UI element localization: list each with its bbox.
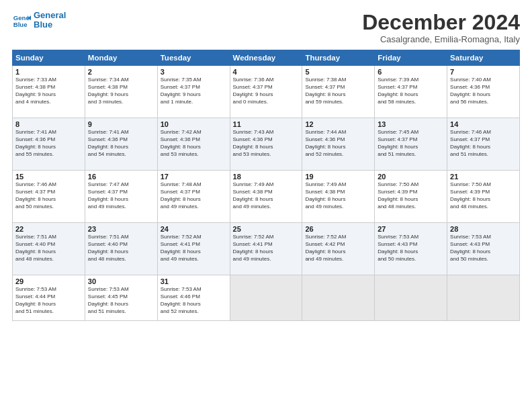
calendar-cell: 4Sunrise: 7:36 AM Sunset: 4:37 PM Daylig…	[230, 66, 302, 118]
day-info: Sunrise: 7:43 AM Sunset: 4:36 PM Dayligh…	[233, 129, 300, 158]
day-info: Sunrise: 7:39 AM Sunset: 4:37 PM Dayligh…	[378, 77, 444, 105]
calendar-cell	[447, 275, 520, 321]
calendar-cell	[302, 275, 375, 321]
calendar-cell: 19Sunrise: 7:49 AM Sunset: 4:38 PM Dayli…	[302, 171, 375, 223]
day-number: 24	[161, 225, 227, 233]
day-info: Sunrise: 7:53 AM Sunset: 4:44 PM Dayligh…	[15, 286, 82, 315]
day-info: Sunrise: 7:38 AM Sunset: 4:37 PM Dayligh…	[305, 77, 371, 105]
calendar-cell: 16Sunrise: 7:47 AM Sunset: 4:37 PM Dayli…	[85, 171, 157, 223]
day-number: 21	[450, 173, 517, 181]
day-info: Sunrise: 7:47 AM Sunset: 4:37 PM Dayligh…	[88, 181, 154, 210]
day-info: Sunrise: 7:52 AM Sunset: 4:41 PM Dayligh…	[233, 234, 300, 263]
day-number: 16	[88, 173, 154, 181]
day-info: Sunrise: 7:52 AM Sunset: 4:41 PM Dayligh…	[161, 234, 227, 263]
day-number: 14	[450, 120, 517, 128]
day-number: 10	[161, 120, 227, 128]
calendar-cell: 26Sunrise: 7:52 AM Sunset: 4:42 PM Dayli…	[302, 223, 375, 275]
calendar-cell	[230, 275, 302, 321]
day-info: Sunrise: 7:34 AM Sunset: 4:38 PM Dayligh…	[88, 77, 154, 105]
day-info: Sunrise: 7:49 AM Sunset: 4:38 PM Dayligh…	[233, 181, 300, 210]
header-day-saturday: Saturday	[447, 50, 520, 66]
title-block: December 2024 Casalgrande, Emilia-Romagn…	[362, 11, 520, 44]
calendar-cell: 29Sunrise: 7:53 AM Sunset: 4:44 PM Dayli…	[13, 275, 85, 321]
header-day-monday: Monday	[85, 50, 157, 66]
day-number: 11	[233, 120, 300, 128]
logo-text-general: General	[34, 11, 66, 20]
calendar-cell: 1Sunrise: 7:33 AM Sunset: 4:38 PM Daylig…	[13, 66, 85, 118]
day-info: Sunrise: 7:53 AM Sunset: 4:45 PM Dayligh…	[88, 286, 154, 315]
day-number: 13	[378, 120, 444, 128]
day-info: Sunrise: 7:45 AM Sunset: 4:37 PM Dayligh…	[378, 129, 444, 158]
calendar-cell: 14Sunrise: 7:46 AM Sunset: 4:37 PM Dayli…	[447, 118, 520, 171]
day-info: Sunrise: 7:50 AM Sunset: 4:39 PM Dayligh…	[450, 181, 517, 210]
header-row: SundayMondayTuesdayWednesdayThursdayFrid…	[13, 50, 520, 66]
calendar-cell: 13Sunrise: 7:45 AM Sunset: 4:37 PM Dayli…	[375, 118, 447, 171]
day-info: Sunrise: 7:53 AM Sunset: 4:43 PM Dayligh…	[378, 234, 444, 263]
calendar-cell: 12Sunrise: 7:44 AM Sunset: 4:36 PM Dayli…	[302, 118, 375, 171]
calendar-cell: 23Sunrise: 7:51 AM Sunset: 4:40 PM Dayli…	[85, 223, 157, 275]
day-number: 9	[88, 120, 154, 128]
calendar-table: SundayMondayTuesdayWednesdayThursdayFrid…	[12, 50, 520, 321]
calendar-cell: 31Sunrise: 7:53 AM Sunset: 4:46 PM Dayli…	[157, 275, 230, 321]
calendar-cell: 15Sunrise: 7:46 AM Sunset: 4:37 PM Dayli…	[13, 171, 85, 223]
day-info: Sunrise: 7:46 AM Sunset: 4:37 PM Dayligh…	[15, 181, 82, 210]
day-number: 30	[88, 277, 154, 285]
day-number: 18	[233, 173, 300, 181]
day-info: Sunrise: 7:49 AM Sunset: 4:38 PM Dayligh…	[305, 181, 371, 210]
day-number: 17	[161, 173, 227, 181]
header: General Blue General Blue December 2024 …	[12, 11, 520, 44]
day-number: 8	[15, 120, 82, 128]
day-info: Sunrise: 7:33 AM Sunset: 4:38 PM Dayligh…	[15, 77, 82, 105]
month-title: December 2024	[362, 11, 520, 34]
calendar-cell: 18Sunrise: 7:49 AM Sunset: 4:38 PM Dayli…	[230, 171, 302, 223]
header-day-friday: Friday	[375, 50, 447, 66]
calendar-cell: 21Sunrise: 7:50 AM Sunset: 4:39 PM Dayli…	[447, 171, 520, 223]
day-info: Sunrise: 7:53 AM Sunset: 4:46 PM Dayligh…	[161, 286, 227, 315]
calendar-cell: 20Sunrise: 7:50 AM Sunset: 4:39 PM Dayli…	[375, 171, 447, 223]
day-number: 1	[15, 68, 82, 76]
logo: General Blue General Blue	[12, 11, 66, 30]
day-number: 29	[15, 277, 82, 285]
calendar-cell: 5Sunrise: 7:38 AM Sunset: 4:37 PM Daylig…	[302, 66, 375, 118]
day-number: 6	[378, 68, 444, 76]
calendar-cell: 22Sunrise: 7:51 AM Sunset: 4:40 PM Dayli…	[13, 223, 85, 275]
day-number: 28	[450, 225, 517, 233]
day-info: Sunrise: 7:48 AM Sunset: 4:37 PM Dayligh…	[161, 181, 227, 210]
header-day-thursday: Thursday	[302, 50, 375, 66]
calendar-page: General Blue General Blue December 2024 …	[0, 0, 532, 411]
calendar-cell: 30Sunrise: 7:53 AM Sunset: 4:45 PM Dayli…	[85, 275, 157, 321]
calendar-cell: 2Sunrise: 7:34 AM Sunset: 4:38 PM Daylig…	[85, 66, 157, 118]
day-info: Sunrise: 7:53 AM Sunset: 4:43 PM Dayligh…	[450, 234, 517, 263]
day-info: Sunrise: 7:35 AM Sunset: 4:37 PM Dayligh…	[161, 77, 227, 105]
day-number: 3	[161, 68, 227, 76]
day-number: 25	[233, 225, 300, 233]
calendar-cell: 7Sunrise: 7:40 AM Sunset: 4:36 PM Daylig…	[447, 66, 520, 118]
day-info: Sunrise: 7:41 AM Sunset: 4:36 PM Dayligh…	[15, 129, 82, 158]
day-info: Sunrise: 7:50 AM Sunset: 4:39 PM Dayligh…	[378, 181, 444, 210]
calendar-cell: 10Sunrise: 7:42 AM Sunset: 4:36 PM Dayli…	[157, 118, 230, 171]
calendar-cell: 28Sunrise: 7:53 AM Sunset: 4:43 PM Dayli…	[447, 223, 520, 275]
calendar-cell: 6Sunrise: 7:39 AM Sunset: 4:37 PM Daylig…	[375, 66, 447, 118]
header-day-sunday: Sunday	[13, 50, 85, 66]
day-info: Sunrise: 7:46 AM Sunset: 4:37 PM Dayligh…	[450, 129, 517, 158]
location-subtitle: Casalgrande, Emilia-Romagna, Italy	[362, 34, 520, 44]
day-info: Sunrise: 7:52 AM Sunset: 4:42 PM Dayligh…	[305, 234, 371, 263]
day-number: 22	[15, 225, 82, 233]
day-number: 26	[305, 225, 371, 233]
day-number: 4	[233, 68, 300, 76]
calendar-cell	[375, 275, 447, 321]
svg-text:Blue: Blue	[13, 21, 28, 28]
calendar-cell: 9Sunrise: 7:41 AM Sunset: 4:36 PM Daylig…	[85, 118, 157, 171]
day-number: 27	[378, 225, 444, 233]
calendar-cell: 11Sunrise: 7:43 AM Sunset: 4:36 PM Dayli…	[230, 118, 302, 171]
day-info: Sunrise: 7:51 AM Sunset: 4:40 PM Dayligh…	[88, 234, 154, 263]
calendar-cell: 25Sunrise: 7:52 AM Sunset: 4:41 PM Dayli…	[230, 223, 302, 275]
calendar-cell: 17Sunrise: 7:48 AM Sunset: 4:37 PM Dayli…	[157, 171, 230, 223]
header-day-tuesday: Tuesday	[157, 50, 230, 66]
logo-text-blue: Blue	[34, 20, 66, 30]
day-info: Sunrise: 7:41 AM Sunset: 4:36 PM Dayligh…	[88, 129, 154, 158]
day-number: 12	[305, 120, 371, 128]
day-number: 31	[161, 277, 227, 285]
day-number: 2	[88, 68, 154, 76]
day-number: 19	[305, 173, 371, 181]
